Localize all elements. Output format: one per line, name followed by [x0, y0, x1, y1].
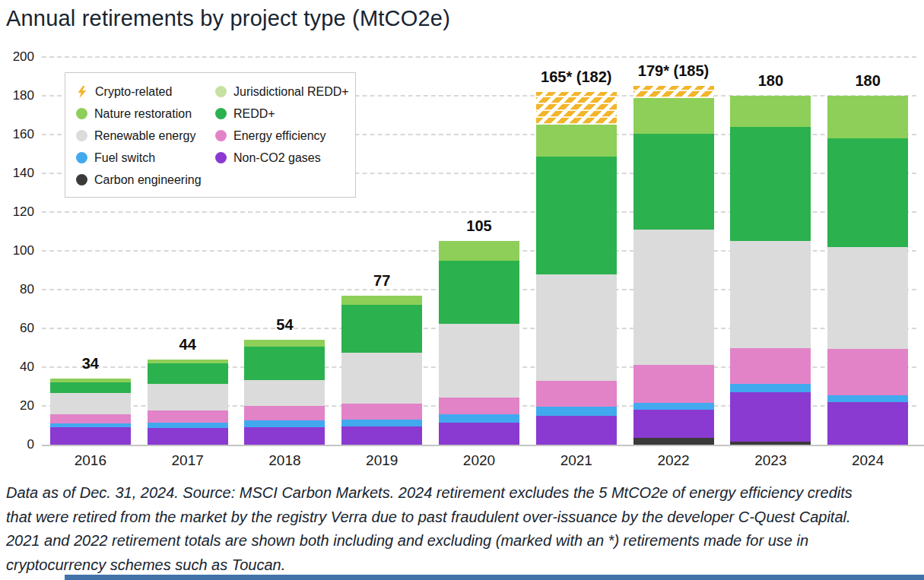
- x-axis-label: 2021: [531, 452, 622, 469]
- legend-swatch-energy-efficiency: [215, 130, 227, 141]
- bar-total-label: 54: [216, 316, 353, 334]
- bar-segment-2024-redd: [827, 138, 908, 247]
- bar-segment-2022-non-co2-gases: [633, 410, 714, 438]
- bar-total-label: 105: [411, 217, 548, 235]
- bar-segment-2016-nature-restoration: [50, 379, 131, 382]
- footnote-line: that were retired from the market by the…: [6, 506, 919, 530]
- bar-segment-2022-nature-restoration: [633, 98, 714, 134]
- legend-label: Energy efficiency: [233, 129, 326, 143]
- bar-segment-2021-renewable-energy: [536, 274, 617, 381]
- bar-segment-2022-carbon-engineering: [633, 438, 714, 445]
- y-axis-tick-label: 180: [0, 88, 34, 103]
- page: Annual retirements by project type (MtCO…: [0, 0, 924, 580]
- source-footnote: Data as of Dec. 31, 2024. Source: MSCI C…: [6, 481, 919, 577]
- legend-swatch-nature-restoration: [76, 108, 87, 119]
- bar-segment-2023-energy-efficiency: [730, 348, 811, 384]
- bar-segment-2021-redd: [536, 157, 617, 274]
- bar-segment-2024-energy-efficiency: [827, 349, 908, 395]
- legend-label: Carbon engineering: [94, 173, 202, 187]
- legend-label: Non-CO2 gases: [233, 151, 321, 165]
- bar-segment-2023-redd: [730, 127, 811, 241]
- legend-item-carbon-engineering: Carbon engineering: [76, 169, 215, 191]
- bar-segment-2019-renewable-energy: [341, 353, 422, 404]
- bar-segment-2016-redd: [50, 382, 131, 393]
- legend-item-jurisdictional-redd: Jurisdictional REDD+: [215, 81, 349, 103]
- bar-total-label: 180: [799, 72, 924, 90]
- legend-label: REDD+: [233, 107, 275, 121]
- bar-segment-2021-non-co2-gases: [536, 416, 617, 445]
- bar-segment-2017-non-co2-gases: [148, 428, 228, 445]
- bar-segment-2024-fuel-switch: [827, 395, 908, 402]
- bar-segment-2017-redd: [148, 363, 228, 384]
- bar-segment-2016-non-co2-gases: [50, 427, 131, 445]
- bar-segment-2020-fuel-switch: [439, 414, 519, 422]
- legend-label: Nature restoration: [94, 107, 192, 121]
- bar-segment-2023-non-co2-gases: [730, 392, 811, 442]
- footnote-line: 2021 and 2022 retirement totals are show…: [6, 529, 919, 553]
- x-axis-label: 2023: [725, 452, 816, 469]
- legend-swatch-jurisdictional-redd: [215, 86, 227, 97]
- bar-segment-2018-non-co2-gases: [244, 427, 325, 445]
- legend-swatch-carbon-engineering: [76, 174, 87, 185]
- bar-segment-2017-nature-restoration: [148, 360, 228, 363]
- bar-segment-2021-fuel-switch: [536, 407, 617, 415]
- legend-swatch-non-co2-gases: [215, 152, 227, 163]
- bar-total-label: 44: [119, 336, 256, 353]
- bar-segment-2022-energy-efficiency: [633, 365, 714, 403]
- legend-column: Crypto-relatedNature restorationRenewabl…: [76, 81, 215, 191]
- bar-segment-2018-energy-efficiency: [244, 406, 325, 420]
- y-axis-tick-label: 20: [0, 398, 34, 414]
- bar-segment-2017-renewable-energy: [148, 384, 228, 411]
- legend-column: Jurisdictional REDD+REDD+Energy efficien…: [215, 81, 349, 191]
- bar-segment-2020-redd: [439, 261, 519, 324]
- x-axis-label: 2017: [142, 452, 233, 469]
- legend-label: Jurisdictional REDD+: [233, 85, 349, 99]
- bar-segment-2021-nature-restoration: [536, 125, 617, 157]
- legend-item-redd: REDD+: [215, 103, 349, 125]
- gridline-y-200: [42, 56, 916, 58]
- y-axis-tick-label: 160: [0, 127, 34, 142]
- bar-segment-2023-nature-restoration: [730, 96, 811, 127]
- y-axis-tick-label: 100: [0, 243, 34, 258]
- legend-label: Renewable energy: [94, 129, 195, 143]
- legend-item-fuel-switch: Fuel switch: [76, 147, 215, 169]
- bar-total-label: 77: [313, 272, 450, 290]
- bar-segment-2016-fuel-switch: [50, 423, 131, 427]
- bar-segment-2023-fuel-switch: [730, 384, 811, 392]
- x-axis-label: 2024: [822, 452, 913, 469]
- y-axis-tick-label: 140: [0, 166, 34, 181]
- bar-segment-2020-non-co2-gases: [439, 423, 519, 445]
- bar-segment-2017-energy-efficiency: [148, 410, 228, 422]
- bottom-accent-bar: [65, 575, 924, 580]
- legend-item-nature-restoration: Nature restoration: [76, 103, 215, 125]
- y-axis-tick-label: 80: [0, 282, 34, 297]
- crypto-lightning-icon: [76, 86, 88, 98]
- bar-segment-2016-energy-efficiency: [50, 414, 131, 423]
- legend-swatch-redd: [215, 108, 227, 119]
- chart-legend: Crypto-relatedNature restorationRenewabl…: [65, 72, 356, 198]
- bar-segment-2021-crypto-related: [536, 92, 617, 125]
- legend-item-non-co2-gases: Non-CO2 gases: [215, 147, 349, 169]
- bar-segment-2020-renewable-energy: [439, 324, 519, 398]
- bar-segment-2018-renewable-energy: [244, 380, 325, 406]
- bar-segment-2020-nature-restoration: [439, 241, 519, 261]
- legend-swatch-renewable-energy: [76, 130, 87, 141]
- bar-segment-2022-redd: [633, 134, 714, 230]
- y-axis-tick-label: 0: [0, 437, 34, 452]
- bar-segment-2021-energy-efficiency: [536, 381, 617, 407]
- x-axis-label: 2018: [239, 452, 330, 469]
- legend-label: Fuel switch: [94, 151, 155, 165]
- bar-segment-2024-renewable-energy: [827, 247, 908, 349]
- bar-segment-2023-carbon-engineering: [730, 442, 811, 445]
- bar-segment-2019-energy-efficiency: [341, 404, 422, 419]
- bar-segment-2022-fuel-switch: [633, 403, 714, 410]
- x-axis-label: 2016: [45, 452, 136, 469]
- x-axis-label: 2022: [628, 452, 719, 469]
- x-axis-label: 2019: [336, 452, 427, 469]
- bar-segment-2019-non-co2-gases: [341, 426, 422, 445]
- bar-total-label: 34: [22, 355, 159, 372]
- bar-segment-2018-nature-restoration: [244, 340, 325, 347]
- bar-segment-2024-nature-restoration: [827, 96, 908, 138]
- legend-item-renewable-energy: Renewable energy: [76, 125, 215, 147]
- y-axis-tick-label: 60: [0, 321, 34, 336]
